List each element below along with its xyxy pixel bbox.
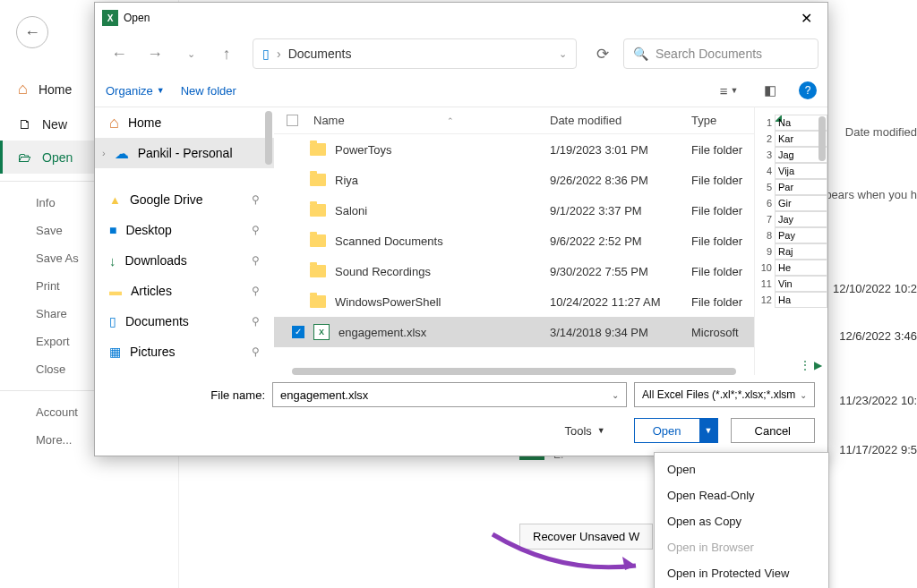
recover-unsaved-button[interactable]: Recover Unsaved W (519, 524, 653, 550)
dl-icon (109, 253, 116, 268)
pin-icon[interactable]: ⚲ (252, 285, 260, 297)
fold-icon (109, 284, 122, 298)
column-date[interactable]: Date modified (550, 114, 691, 127)
file-row[interactable]: WindowsPowerShell10/24/2022 11:27 AMFile… (274, 286, 754, 317)
preview-row: 11Vin (758, 276, 827, 292)
dialog-bottom: File name: engagement.xlsx⌄ All Excel Fi… (95, 375, 827, 456)
file-row[interactable]: Sound Recordings9/30/2022 7:55 PMFile fo… (274, 256, 754, 286)
breadcrumb[interactable]: ▯ › Documents ⌄ (253, 38, 577, 69)
place-articles[interactable]: Articles⚲ (95, 276, 274, 306)
pin-icon[interactable]: ⚲ (252, 254, 260, 267)
place-pictures[interactable]: Pictures⚲ (95, 337, 274, 367)
places-sidebar: Home›Pankil - PersonalGoogle Drive⚲Deskt… (95, 107, 274, 375)
preview-row: 12Ha (758, 292, 827, 308)
search-placeholder: Search Documents (656, 47, 762, 61)
folder-icon (310, 174, 326, 186)
file-list-hscrollbar[interactable] (292, 368, 736, 375)
folder-icon (310, 295, 326, 308)
filename-input[interactable]: engagement.xlsx⌄ (272, 382, 627, 407)
preview-row: 10He (758, 260, 827, 276)
dialog-nav: ← → ⌄ ↑ ▯ › Documents ⌄ ⟳ 🔍 Search Docum… (95, 33, 827, 74)
preview-row: 1Na (758, 115, 827, 131)
drive-icon (109, 192, 121, 207)
preview-vscrollbar[interactable] (818, 116, 826, 161)
place-downloads[interactable]: Downloads⚲ (95, 245, 274, 276)
tools-button[interactable]: Tools▼ (564, 424, 604, 438)
nav-up-button[interactable]: ↑ (211, 38, 242, 69)
preview-row: 9Raj (758, 243, 827, 260)
home-icon (18, 80, 28, 98)
recent-date-1: 12/6/2022 3:46 (839, 329, 917, 343)
place-desktop[interactable]: Desktop⚲ (95, 215, 274, 245)
nav-back-button[interactable]: ← (104, 38, 134, 69)
doc-icon (109, 314, 116, 328)
file-checkbox[interactable] (292, 326, 304, 338)
place-onedrive[interactable]: ›Pankil - Personal (95, 138, 274, 168)
filetype-filter[interactable]: All Excel Files (*.xl*;*.xlsx;*.xlsm;⌄ (634, 382, 815, 407)
preview-pane-button[interactable]: ◧ (758, 78, 783, 103)
file-row[interactable]: Saloni9/1/2022 3:37 PMFile folder (274, 195, 754, 226)
organize-button[interactable]: Organize ▼ (106, 84, 165, 98)
open-dropdown-button[interactable]: ▼ (699, 419, 717, 442)
folder-icon (310, 265, 326, 277)
excel-icon: X (102, 10, 118, 26)
open-dropdown-menu: OpenOpen Read-OnlyOpen as CopyOpen in Br… (654, 452, 829, 588)
menu-open-readonly[interactable]: Open Read-Only (655, 482, 828, 508)
chevron-down-icon[interactable]: ⌄ (559, 48, 567, 60)
open-button[interactable]: Open (635, 424, 699, 438)
folder-icon (310, 204, 326, 217)
pin-icon[interactable]: ⚲ (252, 345, 260, 358)
menu-open-copy[interactable]: Open as Copy (655, 508, 828, 534)
places-scrollbar[interactable] (265, 111, 272, 165)
dialog-toolbar: Organize ▼ New folder ≡ ▼ ◧ ? (95, 74, 827, 107)
place-home[interactable]: Home (95, 107, 274, 138)
preview-sheet-nav[interactable]: ⋮▶ (800, 359, 822, 371)
home-icon (109, 114, 119, 132)
dialog-close-button[interactable]: ✕ (792, 5, 820, 30)
back-button[interactable]: ← (16, 16, 48, 48)
view-list-button[interactable]: ≡ ▼ (716, 78, 741, 103)
search-input[interactable]: 🔍 Search Documents (623, 38, 818, 69)
filename-dropdown-icon[interactable]: ⌄ (612, 390, 619, 400)
pin-icon[interactable]: ⚲ (252, 224, 260, 236)
column-date-modified: Date modified (845, 125, 917, 139)
help-button[interactable]: ? (799, 81, 817, 99)
menu-open[interactable]: Open (655, 456, 828, 482)
column-type[interactable]: Type (691, 114, 754, 127)
file-row[interactable]: engagement.xlsx3/14/2018 9:34 PMMicrosof… (274, 317, 754, 347)
page-icon (18, 116, 31, 132)
preview-row: 7Jay (758, 211, 827, 227)
hint-text: pears when you h (825, 188, 917, 201)
select-all-checkbox[interactable] (287, 115, 298, 126)
cloud-icon (115, 145, 129, 162)
filter-dropdown-icon[interactable]: ⌄ (800, 390, 807, 400)
nav-forward-button[interactable]: → (140, 38, 170, 69)
preview-row: 4Vija (758, 163, 827, 179)
new-folder-button[interactable]: New folder (181, 84, 236, 98)
menu-open-browser: Open in Browser (655, 534, 828, 560)
place-gdrive[interactable]: Google Drive⚲ (95, 184, 274, 215)
file-row[interactable]: Scanned Documents9/6/2022 2:52 PMFile fo… (274, 226, 754, 256)
preview-row: 2Kar (758, 131, 827, 147)
preview-row: 5Par (758, 179, 827, 195)
xlsx-icon (313, 324, 330, 340)
file-row[interactable]: Riya9/26/2022 8:36 PMFile folder (274, 165, 754, 195)
file-list: Name⌃ Date modified Type PowerToys1/19/2… (274, 107, 754, 375)
nav-history-button[interactable]: ⌄ (176, 38, 206, 69)
refresh-button[interactable]: ⟳ (587, 45, 618, 64)
desk-icon (109, 223, 116, 237)
open-dialog: X Open ✕ ← → ⌄ ↑ ▯ › Documents ⌄ ⟳ 🔍 Sea… (94, 2, 828, 456)
preview-pane: 1Na2Kar3Jag4Vija5Par6Gir7Jay8Pay9Raj10He… (754, 107, 827, 375)
file-row[interactable]: PowerToys1/19/2023 3:01 PMFile folder (274, 134, 754, 165)
pin-icon[interactable]: ⚲ (252, 193, 260, 206)
cancel-button[interactable]: Cancel (731, 418, 815, 443)
open-split-button[interactable]: Open ▼ (634, 418, 718, 443)
menu-open-protected[interactable]: Open in Protected View (655, 560, 828, 586)
pin-icon[interactable]: ⚲ (252, 315, 260, 328)
column-name[interactable]: Name⌃ (310, 114, 550, 127)
documents-icon: ▯ (262, 47, 270, 61)
preview-row: 3Jag (758, 147, 827, 163)
folder-open-icon (18, 149, 31, 165)
place-documents[interactable]: Documents⚲ (95, 306, 274, 337)
recent-date-0: 12/10/2022 10:2 (833, 282, 917, 295)
